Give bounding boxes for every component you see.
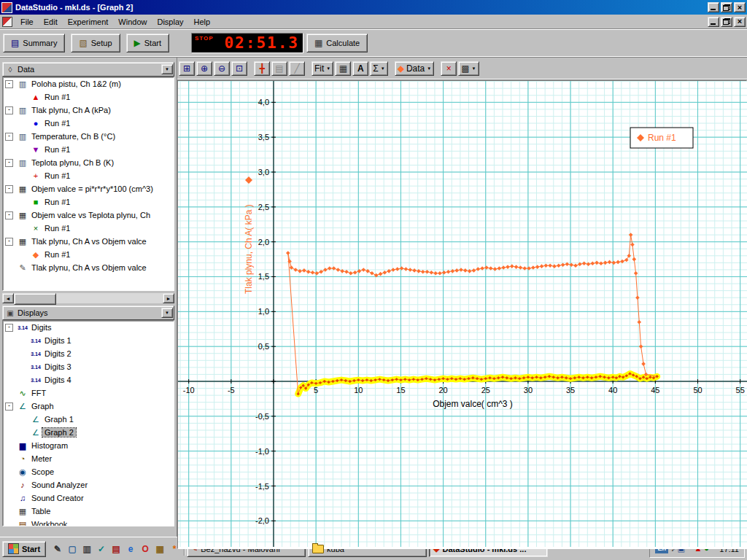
printer-icon[interactable]: ▥ [80,542,93,556]
scrollbar-track[interactable] [14,293,163,303]
y-axis-label[interactable]: Tlak plynu, Ch A( kPa ) [244,176,254,294]
tree-expander-icon[interactable]: - [5,133,13,141]
display-item-graph-1[interactable]: ∠Graph 1 [3,413,174,426]
svg-text:-2,0: -2,0 [255,516,269,525]
data-item-6[interactable]: -▦Objem valce vs Teplota plynu, Ch [3,209,174,222]
scroll-left-button[interactable]: ◄ [2,293,14,303]
chart-legend[interactable]: Run #1 [630,128,693,148]
data-item-5[interactable]: -▦Objem valce = pi*r*r*y*100 (cm^3) [3,182,174,195]
tree-expander-icon[interactable]: - [5,402,13,411]
menu-edit[interactable]: Edit [39,16,63,28]
data-item-6-run[interactable]: ×Run #1 [3,222,174,235]
svg-text:-1,0: -1,0 [255,447,269,456]
display-item-scope[interactable]: ◉Scope [3,465,174,478]
display-item-digits-2[interactable]: 3.14Digits 2 [3,347,174,360]
data-item-1-run[interactable]: ▲Run #1 [3,90,174,104]
menu-window[interactable]: Window [113,16,152,28]
calculate-button[interactable]: ▦ Calculate [306,34,368,52]
statistics-dropdown[interactable]: Σ▼ [370,61,387,76]
app-icon[interactable] [1,2,12,13]
data-item-7[interactable]: -▦Tlak plynu, Ch A vs Objem valce [3,235,174,248]
display-item-digits-3[interactable]: 3.14Digits 3 [3,360,174,373]
display-item-graph-2[interactable]: ∠Graph 2 [3,426,174,439]
paint-icon[interactable]: ✎ [51,542,64,556]
delete-button[interactable]: × [441,61,457,76]
calculator-tool-button[interactable]: ▦ [335,61,351,76]
display-item-sound-creator[interactable]: ♫Sound Creator [3,491,174,505]
data-item-2-run[interactable]: ●Run #1 [3,117,174,130]
display-item-graph[interactable]: -∠Graph [3,400,174,413]
menu-file[interactable]: File [15,16,39,28]
setup-button[interactable]: ▧ Setup [71,34,120,52]
smart-tool-button[interactable]: ╋ [254,61,270,76]
svg-text:Tlak plynu, Ch A( kPa ): Tlak plynu, Ch A( kPa ) [244,204,254,294]
tree-expander-icon[interactable]: - [5,159,13,167]
display-item-sound-analyzer[interactable]: ♪Sound Analyzer [3,478,174,491]
child-restore-button[interactable] [721,17,732,27]
data-item-3[interactable]: -▥Temperature, Ch B (°C) [3,130,174,143]
restore-button[interactable] [721,2,732,12]
data-item-1[interactable]: -▥Poloha pistu, Ch 1&2 (m) [3,77,174,90]
chart-series-run1[interactable] [286,233,659,395]
tree-expander-icon[interactable]: - [5,211,13,219]
document-icon[interactable]: ▢ [66,542,79,556]
fit-dropdown[interactable]: Fit▼ [311,61,333,76]
menu-experiment[interactable]: Experiment [63,16,114,28]
display-item-table[interactable]: ▦Table [3,505,174,518]
display-item-digits[interactable]: -3.14Digits [3,321,174,334]
data-item-4[interactable]: -▥Teplota plynu, Ch B (K) [3,156,174,169]
zoom-out-button[interactable]: ⊖ [214,61,230,76]
data-item-2[interactable]: -▥Tlak plynu, Ch A (kPa) [3,104,174,117]
scroll-right-button[interactable]: ► [163,293,174,303]
data-item-4-run[interactable]: +Run #1 [3,169,174,182]
scrollbar-thumb[interactable] [14,293,56,305]
text-tool-button[interactable]: A [352,61,368,76]
data-item-5-run[interactable]: ■Run #1 [3,195,174,209]
pressure-volume-chart[interactable]: -10-5510152025303540455055-2,0-1,5-1,0-0… [178,81,747,547]
book-icon[interactable]: ▤ [109,542,123,556]
database-icon[interactable]: ▦ [153,542,166,556]
data-dropdown[interactable]: ◆Data▼ [395,61,435,76]
zoom-select-button[interactable]: ⊡ [231,61,247,76]
check-icon[interactable]: ✓ [95,542,108,556]
note-tool-button[interactable]: ▤ [271,61,287,76]
tree-expander-icon[interactable]: - [5,238,13,246]
displays-panel-dropdown-button[interactable]: ▼ [161,308,173,318]
display-item-sound-analyzer-label: Sound Analyzer [29,481,90,489]
zoom-in-button[interactable]: ⊕ [196,61,212,76]
start-menu-button[interactable]: Start [2,541,46,557]
tree-expander-icon[interactable]: - [5,324,13,332]
child-window-icon[interactable] [2,17,12,27]
menu-help[interactable]: Help [189,16,216,28]
display-item-histogram[interactable]: ▆Histogram [3,439,174,452]
scale-to-fit-button[interactable]: ⊞ [179,61,195,76]
data-item-8[interactable]: ✎Tlak plynu, Ch A vs Objem valce [3,261,174,274]
internet-explorer-icon[interactable]: e [124,542,137,556]
display-item-workbook[interactable]: ▤Workbook [3,518,174,526]
opera-icon[interactable]: O [139,542,152,556]
data-item-3-run[interactable]: ▼Run #1 [3,143,174,156]
minimize-icon [711,4,716,10]
close-button[interactable]: × [734,2,746,12]
tree-expander-icon[interactable]: - [5,106,13,114]
display-item-digits-1[interactable]: 3.14Digits 1 [3,334,174,347]
graph-settings-button[interactable]: ▩▼ [458,61,479,76]
summary-button[interactable]: ▤ Summary [3,34,65,52]
child-minimize-button[interactable] [708,17,719,27]
menu-display[interactable]: Display [152,16,188,28]
x-axis-label[interactable]: Objem valce( cm^3 ) [433,399,513,409]
child-close-button[interactable]: × [734,17,746,27]
slope-tool-button[interactable]: ╱ [289,61,305,76]
data-item-7-run[interactable]: ◆Run #1 [3,248,174,261]
svg-text:-10: -10 [183,386,195,394]
display-item-fft[interactable]: ∿FFT [3,386,174,400]
display-item-digits-4[interactable]: 3.14Digits 4 [3,373,174,386]
svg-text:50: 50 [693,386,702,394]
data-panel-dropdown-button[interactable]: ▼ [161,64,173,74]
tree-expander-icon[interactable]: - [5,80,13,88]
tree-expander-icon[interactable]: - [5,185,13,193]
minimize-button[interactable] [708,2,719,12]
display-item-meter[interactable]: ◔Meter [3,452,174,465]
display-item-digits-1-label: Digits 1 [42,336,74,345]
start-recording-button[interactable]: ▶ Start [126,34,169,52]
